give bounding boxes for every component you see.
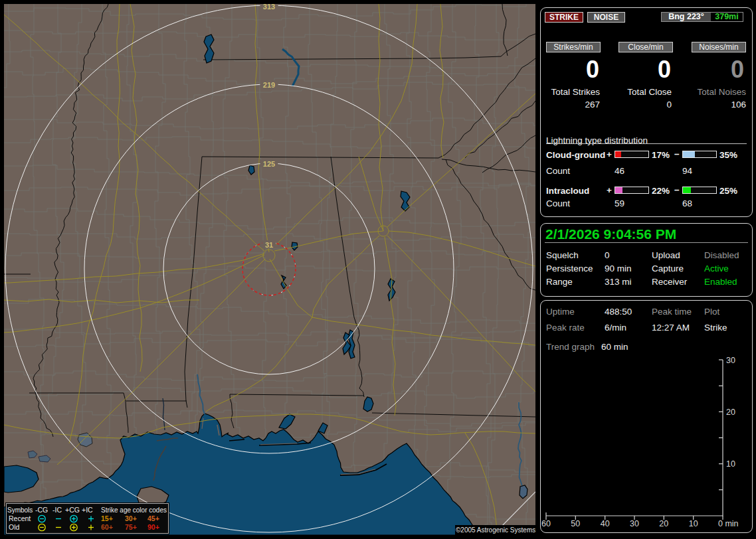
svg-text:40: 40 xyxy=(601,519,610,528)
svg-text:10: 10 xyxy=(726,459,735,469)
svg-text:30: 30 xyxy=(630,519,639,528)
svg-text:0 min: 0 min xyxy=(718,519,739,528)
svg-text:30: 30 xyxy=(726,356,735,365)
svg-text:10: 10 xyxy=(689,519,698,528)
svg-text:20: 20 xyxy=(659,519,668,528)
svg-text:50: 50 xyxy=(571,519,580,528)
svg-text:60: 60 xyxy=(541,519,551,528)
svg-text:20: 20 xyxy=(726,408,735,417)
